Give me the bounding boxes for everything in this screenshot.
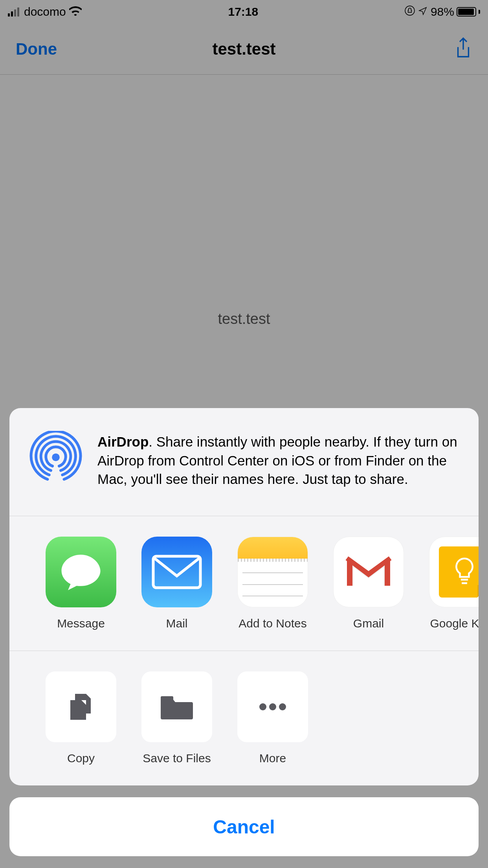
svg-rect-2 <box>153 556 200 588</box>
airdrop-section[interactable]: AirDrop. Share instantly with people nea… <box>9 408 479 516</box>
action-label: More <box>259 752 286 765</box>
cancel-button[interactable]: Cancel <box>9 797 479 856</box>
share-app-notes[interactable]: Add to Notes <box>225 537 321 630</box>
share-app-label: Add to Notes <box>238 617 306 630</box>
airdrop-description: AirDrop. Share instantly with people nea… <box>97 431 460 488</box>
share-app-mail[interactable]: Mail <box>129 537 225 630</box>
more-icon <box>237 671 308 742</box>
share-app-label: Mail <box>166 617 187 630</box>
share-app-message[interactable]: Message <box>33 537 129 630</box>
svg-point-9 <box>269 703 276 710</box>
svg-point-10 <box>279 703 286 710</box>
airdrop-title: AirDrop <box>97 434 149 449</box>
action-more[interactable]: More <box>225 671 321 765</box>
message-icon <box>46 537 116 607</box>
gmail-icon <box>333 537 404 607</box>
share-app-label: Google Keep <box>430 617 479 630</box>
svg-rect-5 <box>70 700 86 720</box>
copy-icon <box>46 671 116 742</box>
share-apps-row: Message Mail Add to Notes <box>9 516 479 651</box>
action-save-to-files[interactable]: Save to Files <box>129 671 225 765</box>
share-actions-row: Copy Save to Files More <box>9 651 479 785</box>
folder-icon <box>141 671 212 742</box>
notes-icon <box>237 537 308 607</box>
action-label: Copy <box>67 752 95 765</box>
share-app-gmail[interactable]: Gmail <box>321 537 416 630</box>
action-copy[interactable]: Copy <box>33 671 129 765</box>
svg-point-8 <box>259 703 266 710</box>
share-sheet: AirDrop. Share instantly with people nea… <box>9 408 479 785</box>
airdrop-icon <box>28 431 83 486</box>
airdrop-body: . Share instantly with people nearby. If… <box>97 434 457 487</box>
share-app-label: Message <box>57 617 105 630</box>
cancel-label: Cancel <box>213 816 275 838</box>
action-label: Save to Files <box>143 752 211 765</box>
share-app-google-keep[interactable]: Google Keep <box>416 537 479 630</box>
mail-icon <box>141 537 212 607</box>
google-keep-icon <box>429 537 479 607</box>
svg-rect-7 <box>161 696 173 700</box>
share-app-label: Gmail <box>353 617 384 630</box>
svg-point-1 <box>52 454 60 462</box>
